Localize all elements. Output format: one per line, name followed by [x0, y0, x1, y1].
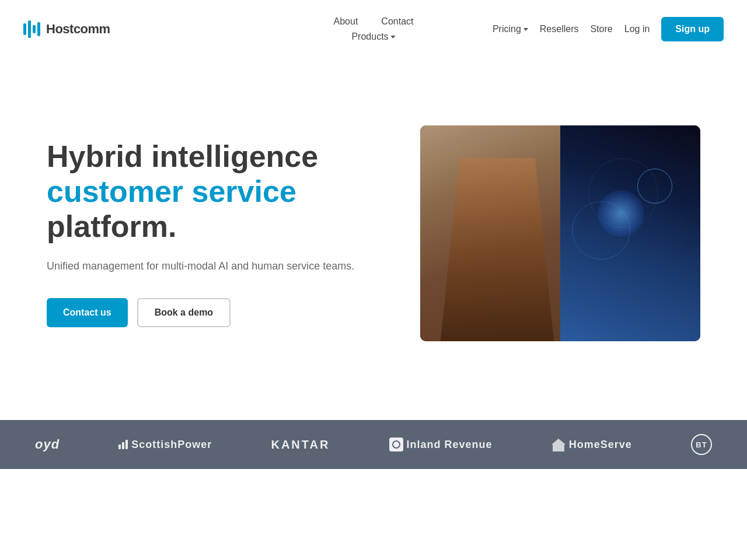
hero-heading-accent: customer service — [47, 174, 296, 208]
kantar-text: KANTAR — [271, 438, 330, 452]
homeserve-text: HomeServe — [569, 439, 632, 451]
hero-heading-line1: Hybrid intelligence — [47, 139, 318, 173]
client-kantar: KANTAR — [271, 438, 330, 452]
nav-center: About Contact Products — [334, 16, 414, 42]
lloyds-text: oyd — [35, 437, 60, 452]
book-demo-button[interactable]: Book a demo — [137, 298, 231, 327]
nav-right: Pricing Resellers Store Log in Sign up — [493, 17, 724, 41]
products-chevron-icon — [391, 36, 396, 38]
hero-heading: Hybrid intelligence customer service pla… — [47, 139, 354, 244]
homeserve-icon — [551, 438, 566, 452]
inlandrevenue-icon — [389, 438, 403, 452]
client-bt: BT — [691, 434, 712, 455]
nav-products[interactable]: Products — [351, 32, 395, 42]
navbar: Hostcomm About Contact Products Pricing … — [0, 0, 747, 58]
logo-icon — [23, 20, 40, 38]
nav-contact[interactable]: Contact — [381, 16, 413, 27]
logo-text: Hostcomm — [46, 22, 110, 37]
logo-link[interactable]: Hostcomm — [23, 20, 110, 38]
scottishpower-text: ScottishPower — [131, 439, 212, 451]
contact-us-button[interactable]: Contact us — [47, 298, 128, 327]
nav-login[interactable]: Log in — [624, 24, 650, 34]
nav-store[interactable]: Store — [591, 24, 613, 34]
client-homeserve: HomeServe — [551, 438, 632, 452]
hero-heading-line3: platform. — [47, 209, 176, 243]
client-lloyds: oyd — [35, 437, 60, 452]
clients-strip: oyd ScottishPower KANTAR Inland Revenue … — [0, 420, 747, 469]
nav-pricing[interactable]: Pricing — [493, 24, 528, 34]
bt-icon: BT — [691, 434, 712, 455]
hero-left: Hybrid intelligence customer service pla… — [47, 139, 354, 327]
client-scottishpower: ScottishPower — [118, 439, 212, 451]
hero-buttons: Contact us Book a demo — [47, 298, 354, 327]
pricing-chevron-icon — [523, 28, 528, 31]
hero-section: Hybrid intelligence customer service pla… — [0, 58, 747, 420]
client-inlandrevenue: Inland Revenue — [389, 438, 493, 452]
hero-subtext: Unified management for multi-modal AI an… — [47, 258, 354, 275]
nav-about[interactable]: About — [334, 16, 358, 27]
nav-resellers[interactable]: Resellers — [540, 24, 579, 34]
inlandrevenue-text: Inland Revenue — [407, 439, 493, 451]
scottishpower-icon — [118, 440, 128, 449]
hero-image — [420, 125, 700, 341]
signup-button[interactable]: Sign up — [661, 17, 724, 41]
